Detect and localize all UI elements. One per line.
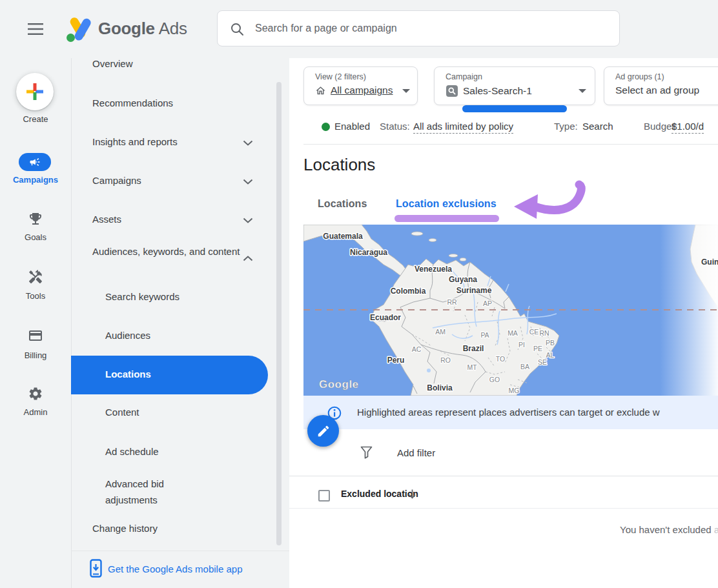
svg-text:TO: TO [496,355,505,363]
multicolor-plus-icon [26,83,43,100]
campaign-selector-label: Campaign [446,72,482,81]
rail-item-campaigns[interactable] [19,153,51,171]
edit-exclusions-fab[interactable] [307,415,339,447]
select-all-checkbox[interactable] [318,490,330,502]
lake [427,369,431,372]
tab-locations[interactable]: Locations [318,198,367,210]
status-value[interactable]: All ads limited by policy [413,121,513,132]
search-icon [230,22,244,36]
campaigns-label: Campaigns [0,175,71,185]
nav-subitem-ad-schedule[interactable]: Ad schedule [105,446,159,457]
filter-funnel-icon[interactable] [360,446,373,460]
svg-text:PB: PB [546,339,555,347]
admin-label[interactable]: Admin [0,407,71,417]
svg-text:Guyana: Guyana [449,275,477,284]
svg-text:BA: BA [520,363,529,370]
brand-ads: Ads [159,19,187,38]
svg-text:CE: CE [529,328,539,336]
budget-value[interactable]: $1.00/d [672,121,704,132]
enabled-status: Enabled [334,121,370,132]
tools-label[interactable]: Tools [0,291,71,301]
svg-text:RN: RN [539,329,549,337]
chevron-down-icon [243,218,253,223]
svg-text:MT: MT [467,363,477,371]
svg-text:MG: MG [509,387,520,394]
svg-text:Guatemala: Guatemala [323,232,363,241]
campaign-selector-card[interactable]: Campaign Sales-Search-1 [434,66,595,105]
svg-text:Peru: Peru [387,356,405,365]
campaign-selector-value[interactable]: Sales-Search-1 [463,85,532,97]
trophy-icon[interactable] [28,211,43,227]
empty-state-text: You haven't excluded an [620,524,718,535]
chevron-up-icon [243,256,253,261]
goals-label[interactable]: Goals [0,232,71,242]
campaign-scope-indicator [462,105,567,112]
map-edge-label: Guin [701,258,718,267]
nav-subitem-audiences[interactable]: Audiences [105,330,150,341]
create-label: Create [0,114,71,124]
svg-text:Ecuador: Ecuador [370,313,401,322]
ad-groups-selector-card[interactable]: Ad groups (1) Select an ad group [604,66,718,105]
column-header-excluded-location[interactable]: Excluded location [341,489,418,499]
nav-item-change-history[interactable]: Change history [92,523,158,534]
billing-label[interactable]: Billing [0,350,71,360]
home-icon [315,85,326,96]
status-label: Status: [380,121,410,132]
svg-text:Colombia: Colombia [391,287,426,296]
svg-text:Suriname: Suriname [456,286,492,295]
svg-text:AC: AC [412,345,422,353]
billing-card-icon[interactable] [28,328,43,343]
nav-item-insights[interactable]: Insights and reports [92,136,178,147]
nav-scrollbar[interactable] [276,82,282,545]
svg-text:AP: AP [483,299,492,307]
create-button[interactable] [16,73,54,110]
nav-item-assets[interactable]: Assets [92,214,121,225]
type-label: Type: [554,121,578,132]
chevron-down-icon [243,179,253,185]
admin-gear-icon[interactable] [28,386,43,401]
empty-state-faded: an [712,524,718,535]
page-title: Locations [303,155,375,175]
targeting-map[interactable]: GuatemalaNicaraguaVenezuelaGuyanaColombi… [303,225,718,396]
nav-item-audiences-keywords-content[interactable]: Audiences, keywords, and content [92,243,244,259]
nav-subitem-content[interactable]: Content [105,407,139,418]
global-search[interactable] [217,10,620,46]
nav-footer-divider [71,551,289,551]
hamburger-menu-icon[interactable] [27,23,44,35]
svg-text:Bolivia: Bolivia [427,383,453,392]
nav-item-campaigns[interactable]: Campaigns [92,175,141,186]
table-top-divider [289,476,718,476]
svg-text:PA: PA [480,331,489,339]
view-filter-label: View (2 filters) [315,72,366,81]
sort-descending-icon[interactable] [408,489,416,500]
svg-text:Nicaragua: Nicaragua [350,248,387,257]
nav-subitem-locations-active[interactable]: Locations [71,356,268,394]
svg-text:PI: PI [518,341,525,349]
nav-item-recommendations[interactable]: Recommendations [92,97,173,108]
mobile-app-link[interactable]: Get the Google Ads mobile app [108,563,242,574]
tools-icon[interactable] [28,269,43,285]
nav-subitem-search-keywords[interactable]: Search keywords [105,291,180,302]
nav-item-overview[interactable]: Overview [92,58,133,69]
add-filter-button[interactable]: Add filter [397,447,435,458]
svg-text:RR: RR [447,298,457,306]
google-ads-logo-icon [65,16,94,43]
svg-text:MA: MA [508,329,518,337]
pencil-edit-icon [316,424,331,438]
search-input[interactable] [254,22,592,35]
view-filter-card[interactable]: View (2 filters) All campaigns [303,66,418,105]
svg-text:GO: GO [489,376,500,383]
campaign-search-icon [446,85,458,97]
svg-text:AL: AL [546,351,555,359]
mobile-phone-download-icon [90,559,103,578]
svg-text:Brazil: Brazil [463,344,484,353]
nav-subitem-advanced-bid-adjustments[interactable]: Advanced bid adjustments [105,476,199,508]
ad-groups-label: Ad groups (1) [615,72,664,81]
view-filter-value[interactable]: All campaigns [331,85,393,96]
ad-groups-value[interactable]: Select an ad group [615,85,699,96]
google-watermark: Google [319,378,359,390]
tab-location-exclusions[interactable]: Location exclusions [396,198,497,210]
chevron-down-icon [243,140,253,146]
svg-text:RO: RO [440,356,451,364]
svg-text:PE: PE [533,345,542,352]
